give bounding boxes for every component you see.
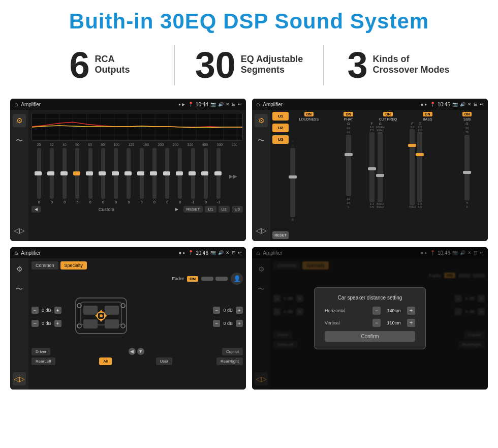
eq-play-btn[interactable]: ▶ (172, 206, 181, 213)
slider-track-14[interactable] (204, 148, 208, 199)
slider-track-10[interactable] (152, 148, 157, 199)
stat-line2-eq: Segments (241, 65, 303, 75)
vol-plus-br[interactable]: + (236, 320, 243, 327)
slider-val-2: 0 (51, 200, 53, 204)
slider-track-4[interactable] (75, 148, 79, 199)
dsp-reset-btn[interactable]: RESET (272, 231, 289, 239)
slider-col-15: -1 (216, 148, 221, 204)
stat-line1-rca: RCA (95, 54, 130, 65)
fader-hslider-1[interactable] (201, 277, 213, 281)
slider-track-8[interactable] (127, 148, 131, 199)
fader-all-btn[interactable]: All (99, 357, 112, 365)
arrow-left-icon[interactable]: ◀ (129, 348, 136, 355)
slider-track-6[interactable] (101, 148, 105, 199)
slider-thumb-6[interactable] (99, 171, 106, 175)
fader-hslider-2[interactable] (215, 277, 228, 281)
eq-u3-btn[interactable]: U3 (232, 206, 243, 213)
slider-track-2[interactable] (50, 148, 54, 199)
dialog-horizontal-plus[interactable]: + (407, 307, 415, 315)
eq-prev-btn[interactable]: ◀ (32, 206, 41, 213)
slider-track-15[interactable] (216, 148, 221, 199)
vol-minus-tr[interactable]: − (213, 307, 220, 314)
slider-thumb-7[interactable] (112, 171, 119, 175)
status-bar-3: ⌂ Amplifier ■ ● 📍 10:46 📷 🔊 ✕ ⊟ ↩ (10, 247, 246, 258)
vol-plus-bl[interactable]: + (54, 320, 61, 327)
screen-dsp: ⌂ Amplifier ■ ● 📍 10:45 📷 🔊 ✕ ⊟ ↩ ⚙ 〜 ◁▷ (252, 99, 488, 241)
eq-u1-btn[interactable]: U1 (205, 206, 216, 213)
eq-reset-btn[interactable]: RESET (183, 206, 203, 213)
svg-marker-27 (99, 319, 103, 322)
nav-speaker-icon-2[interactable]: ◁▷ (255, 224, 268, 237)
vol-minus-br[interactable]: − (213, 320, 220, 327)
slider-thumb-9[interactable] (137, 171, 144, 175)
dsp-u1-btn[interactable]: U1 (272, 112, 289, 121)
dialog-horizontal-label: Horizontal (325, 308, 355, 313)
fader-rearright-btn[interactable]: RearRight (216, 357, 243, 365)
dialog-vertical-plus[interactable]: + (407, 319, 415, 327)
eq-freq-32: 32 (50, 143, 54, 146)
dsp-u3-btn[interactable]: U3 (272, 135, 289, 144)
slider-thumb-11[interactable] (163, 171, 170, 175)
slider-track-12[interactable] (178, 148, 182, 199)
vol-minus-tl[interactable]: − (32, 307, 39, 314)
nav-wave-icon[interactable]: 〜 (13, 134, 26, 147)
slider-track-1[interactable] (37, 148, 41, 199)
slider-thumb-14[interactable] (201, 171, 208, 175)
slider-thumb-13[interactable] (189, 171, 196, 175)
slider-thumb-4[interactable] (73, 171, 80, 175)
vol-minus-bl[interactable]: − (32, 320, 39, 327)
slider-thumb-2[interactable] (47, 171, 54, 175)
fader-rearleft-btn[interactable]: RearLeft (32, 357, 55, 365)
screen-fader: ⌂ Amplifier ■ ● 📍 10:46 📷 🔊 ✕ ⊟ ↩ ⚙ 〜 ◁▷ (10, 247, 246, 390)
location-icon-2: 📍 (430, 102, 435, 107)
arrow-down-icon[interactable]: ▼ (137, 348, 144, 355)
slider-thumb-5[interactable] (86, 171, 93, 175)
location-icon-1: 📍 (188, 102, 194, 107)
nav-wave-icon-2[interactable]: 〜 (255, 134, 268, 147)
vol-plus-tl[interactable]: + (54, 307, 61, 314)
stat-line2-crossover: Crossover Modes (372, 65, 449, 75)
eq-freq-125: 125 (128, 143, 134, 146)
slider-track-5[interactable] (88, 148, 92, 199)
phat-on-badge: ON (344, 112, 353, 116)
vol-row-bl: − 0 dB + (32, 320, 61, 327)
slider-thumb-3[interactable] (60, 171, 68, 175)
fader-user-btn[interactable]: User (156, 357, 173, 365)
slider-val-12: 0 (179, 200, 181, 204)
nav-speaker-icon-3[interactable]: ◁▷ (13, 372, 26, 385)
tab-common[interactable]: Common (32, 261, 58, 270)
x-icon-3: ✕ (226, 250, 230, 255)
dialog-vertical-controls: − 110cm + (372, 319, 415, 327)
slider-track-3[interactable] (63, 148, 67, 199)
nav-speaker-icon[interactable]: ◁▷ (13, 224, 26, 237)
phat-label: PHAT (344, 117, 353, 121)
slider-track-11[interactable] (165, 148, 169, 199)
fader-driver-btn[interactable]: Driver (32, 348, 50, 355)
eq-arrow-right[interactable]: ▶▶ (229, 173, 237, 179)
tab-specialty[interactable]: Specialty (60, 261, 87, 270)
slider-thumb-8[interactable] (124, 171, 132, 175)
nav-eq-icon-2[interactable]: ⚙ (255, 114, 268, 127)
dsp-u2-btn[interactable]: U2 (272, 124, 289, 132)
slider-thumb-15[interactable] (214, 171, 222, 175)
nav-wave-icon-3[interactable]: 〜 (13, 283, 26, 296)
vol-plus-tr[interactable]: + (236, 307, 243, 314)
slider-track-7[interactable] (114, 148, 118, 199)
slider-thumb-10[interactable] (150, 171, 157, 175)
slider-val-9: 0 (141, 200, 143, 204)
slider-track-9[interactable] (140, 148, 144, 199)
slider-thumb-12[interactable] (176, 171, 183, 175)
dialog-confirm-button[interactable]: Confirm (325, 331, 415, 342)
vol-val-br: 0 dB (223, 321, 233, 326)
camera-icon-1: 📷 (210, 102, 216, 107)
slider-col-1: 0 (37, 148, 41, 204)
fader-copilot-btn[interactable]: Copilot (222, 348, 243, 355)
slider-track-13[interactable] (191, 148, 195, 199)
eq-u2-btn[interactable]: U2 (219, 206, 230, 213)
nav-eq-icon-3[interactable]: ⚙ (13, 262, 26, 276)
dialog-horizontal-minus[interactable]: − (372, 307, 381, 315)
slider-thumb-1[interactable] (35, 171, 42, 175)
nav-eq-icon[interactable]: ⚙ (13, 114, 26, 127)
dialog-vertical-minus[interactable]: − (372, 319, 381, 327)
dialog-title: Car speaker distance setting (325, 295, 415, 301)
